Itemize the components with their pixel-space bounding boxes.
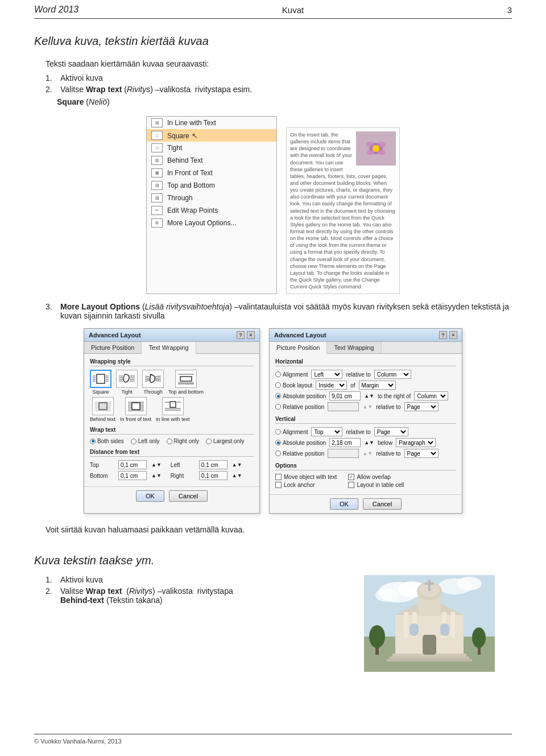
h-abs-text: Absolute position (283, 393, 326, 399)
h-book-margin-select[interactable]: Margin (359, 381, 396, 390)
h-alignment-text: Alignment (283, 371, 308, 378)
lock-anchor-item[interactable]: Lock anchor (275, 482, 337, 488)
options-right-col: ✓ Allow overlap Layout in table cell (348, 474, 404, 490)
h-alignment-col-select[interactable]: Column (374, 370, 411, 379)
v-alignment-radio[interactable]: Alignment (275, 429, 308, 435)
h-book-of-text: of (350, 382, 355, 389)
v-abs-radio[interactable]: Absolute position (275, 440, 326, 446)
h-rel-page-select[interactable]: Page (404, 402, 439, 411)
distance-right-input[interactable] (199, 471, 228, 480)
v-alignment-select[interactable]: Top (311, 427, 342, 436)
dialog-left-close-btn[interactable]: × (247, 331, 255, 339)
header-center: Kuvat (282, 5, 304, 15)
dialog-text-wrapping: Advanced Layout ? × Picture Position Tex… (84, 328, 260, 514)
v-rel-input[interactable] (328, 449, 359, 458)
v-abs-para-select[interactable]: Paragraph (396, 438, 436, 447)
distance-bottom-spinner[interactable]: ▲▼ (151, 473, 162, 478)
h-abs-input[interactable] (329, 391, 361, 400)
v-rel-page-select[interactable]: Page (404, 449, 439, 458)
svg-rect-77 (423, 635, 436, 655)
h-abs-col-select[interactable]: Column (414, 391, 448, 400)
radio-largest-only[interactable]: Largest only (206, 438, 244, 444)
svg-rect-74 (425, 583, 434, 585)
move-with-text-item[interactable]: Move object with text (275, 474, 337, 480)
dialog-right-tab-wrapping[interactable]: Text Wrapping (327, 342, 381, 353)
dialog-left-cancel-btn[interactable]: Cancel (169, 490, 208, 502)
wrap-item-tight: ◇ Tight (147, 142, 276, 154)
allow-overlap-item[interactable]: ✓ Allow overlap (348, 474, 404, 480)
h-abs-spinner[interactable]: ▲▼ (364, 393, 374, 399)
h-rel-text: Relative position (283, 404, 324, 410)
v-abs-spinner[interactable]: ▲▼ (364, 440, 374, 445)
dialog-right-body: Horizontal Alignment Left relative to Co… (270, 354, 462, 494)
wrap-icon-infront: ▦ (151, 168, 163, 177)
h-alignment-radio[interactable]: Alignment (275, 371, 308, 378)
dialog-left-footer: OK Cancel (84, 486, 259, 505)
layout-table-item[interactable]: Layout in table cell (348, 482, 404, 488)
v-alignment-page-select[interactable]: Page (374, 427, 408, 436)
wrap-icon-tight-item[interactable]: Tight (116, 370, 138, 395)
svg-point-4 (378, 150, 386, 155)
h-book-select[interactable]: Inside (316, 381, 347, 390)
radio-right-only[interactable]: Right only (167, 438, 199, 444)
dialog-left-ok-btn[interactable]: OK (136, 490, 164, 502)
vertical-label: Vertical (275, 416, 456, 424)
h-alignment-select[interactable]: Left (311, 370, 342, 379)
h-abs-circle (275, 393, 281, 399)
distance-left-label: Left (171, 462, 195, 468)
dialog-tab-picture-position[interactable]: Picture Position (84, 342, 142, 353)
dialog-left-help-btn[interactable]: ? (237, 331, 245, 339)
distance-left-spinner[interactable]: ▲▼ (232, 462, 242, 468)
step1-num: 1. (46, 73, 56, 82)
wrap-icon-behind-item[interactable]: Behind text (90, 397, 115, 422)
dialog-right-close-btn[interactable]: × (449, 331, 457, 339)
dialog-right-ok-btn[interactable]: OK (330, 498, 358, 510)
v-rel-row: Relative position ▲▼ relative to Page (275, 449, 456, 458)
wrap-item-more: ⊞ More Layout Options... (147, 217, 276, 229)
radio-largest-only-label: Largest only (213, 438, 244, 444)
radio-both-sides[interactable]: Both sides (90, 438, 124, 444)
wrap-icon-through-item[interactable]: Through (142, 370, 164, 395)
radio-left-only[interactable]: Left only (131, 438, 160, 444)
wrap-item-behind: ▥ Behind Text (147, 154, 276, 167)
svg-point-79 (369, 625, 385, 648)
distance-right-spinner[interactable]: ▲▼ (232, 473, 242, 478)
header-page-number: 3 (507, 5, 512, 15)
distance-bottom-input[interactable] (118, 471, 147, 480)
dialog-right-tab-position[interactable]: Picture Position (270, 342, 327, 354)
radio-left-only-label: Left only (138, 438, 160, 444)
h-rel-input[interactable] (328, 402, 359, 411)
v-alignment-text: Alignment (283, 429, 308, 435)
step2: 2. Valitse Wrap text (Rivitys) –valikost… (46, 85, 512, 94)
svg-line-23 (145, 376, 150, 377)
wrap-icon-topbottom-item[interactable]: Top and bottom (168, 370, 204, 395)
step2-bold: Wrap text (86, 85, 122, 94)
wrap-icon-square-item[interactable]: Square (90, 370, 111, 395)
h-book-radio[interactable]: Book layout (275, 382, 312, 389)
dialog-right-cancel-btn[interactable]: Cancel (363, 498, 402, 510)
h-rel-radio[interactable]: Relative position (275, 404, 324, 410)
options-checkboxes: Move object with text Lock anchor ✓ Allo… (275, 474, 456, 490)
v-abs-input[interactable] (329, 438, 361, 447)
dialog-tab-text-wrapping[interactable]: Text Wrapping (142, 342, 196, 354)
distance-top-spinner[interactable]: ▲▼ (151, 462, 162, 468)
step3-bold: More Layout Options (60, 302, 140, 311)
wrap-icon-infront-item[interactable]: In front of text (120, 397, 151, 422)
section2-step2-text-area: 2. Valitse Wrap text (Rivitys) –valikost… (34, 586, 364, 674)
dialog-right-title: Advanced Layout (274, 332, 326, 338)
v-rel-radio[interactable]: Relative position (275, 451, 324, 457)
radio-right-only-label: Right only (174, 438, 199, 444)
dialog-right-controls: ? × (439, 331, 457, 339)
h-book-text: Book layout (283, 382, 312, 389)
svg-point-81 (472, 627, 486, 648)
section2-step1-text: Aktivoi kuva (60, 575, 103, 584)
h-abs-radio[interactable]: Absolute position (275, 393, 326, 399)
wrap-item-infront: ▦ In Front of Text (147, 167, 276, 179)
v-abs-below-text: below (378, 440, 392, 446)
wrapping-icons-row1: Square (90, 370, 254, 395)
distance-left-input[interactable] (199, 460, 228, 469)
distance-top-input[interactable] (118, 460, 147, 469)
wrap-icon-inline-item[interactable]: In line with text (156, 397, 190, 422)
dialog-right-help-btn[interactable]: ? (439, 331, 447, 339)
distance-section-label: Distance from text (90, 449, 254, 457)
